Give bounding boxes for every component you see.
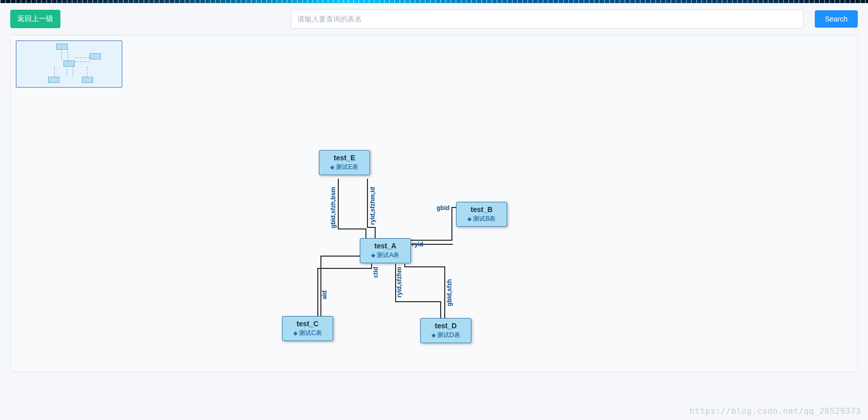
node-test-d[interactable]: test_D 测试D表 [420, 318, 471, 343]
edge-label: gbid,sfzh,bsm [330, 187, 337, 228]
edge-label: ryid,sfzhm [396, 267, 403, 298]
node-subtitle: 测试D表 [423, 331, 469, 340]
edge-label: ryid,sfzhm,id [369, 187, 376, 225]
top-accent-bar [0, 0, 868, 3]
node-test-b[interactable]: test_B 测试B表 [456, 202, 507, 227]
node-subtitle: 测试E表 [321, 163, 367, 172]
minimap-edge [75, 57, 90, 58]
minimap-node [82, 77, 93, 83]
minimap-edge [67, 67, 67, 77]
minimap-edge [87, 67, 88, 77]
minimap-edge [73, 67, 73, 77]
node-title: test_A [362, 242, 408, 250]
node-title: test_B [459, 205, 505, 214]
node-title: test_E [321, 154, 367, 162]
node-test-a[interactable]: test_A 测试A表 [360, 238, 411, 263]
node-test-c[interactable]: test_C 测试C表 [282, 316, 333, 341]
minimap-edge [68, 49, 68, 60]
node-test-e[interactable]: test_E 测试E表 [319, 150, 370, 175]
edge-label: aid [321, 290, 328, 299]
minimap[interactable] [16, 40, 122, 88]
minimap-node [48, 77, 59, 83]
minimap-node [90, 53, 101, 59]
edge-label: gbid [437, 204, 449, 212]
minimap-node [56, 44, 68, 50]
node-title: test_C [285, 320, 331, 328]
node-subtitle: 测试A表 [362, 251, 408, 260]
node-subtitle: 测试B表 [459, 215, 505, 223]
minimap-node [63, 60, 75, 67]
search-input[interactable] [291, 9, 804, 29]
minimap-edge [61, 49, 62, 60]
toolbar: 返回上一级 Search [0, 3, 868, 35]
watermark: https://blog.csdn.net/qq_28529373 [690, 406, 861, 416]
minimap-edge [54, 67, 55, 77]
node-subtitle: 测试C表 [285, 329, 331, 338]
edge-label: ctid [372, 267, 379, 278]
search-button[interactable]: Search [815, 10, 858, 28]
node-title: test_D [423, 322, 469, 330]
edge-label: ryid [412, 241, 423, 248]
edge-label: gbid,sfzh [446, 279, 453, 306]
back-button[interactable]: 返回上一级 [10, 10, 60, 28]
diagram-canvas[interactable]: test_E 测试E表 test_B 测试B表 test_A 测试A表 test… [10, 35, 858, 372]
minimap-edge [75, 61, 90, 62]
